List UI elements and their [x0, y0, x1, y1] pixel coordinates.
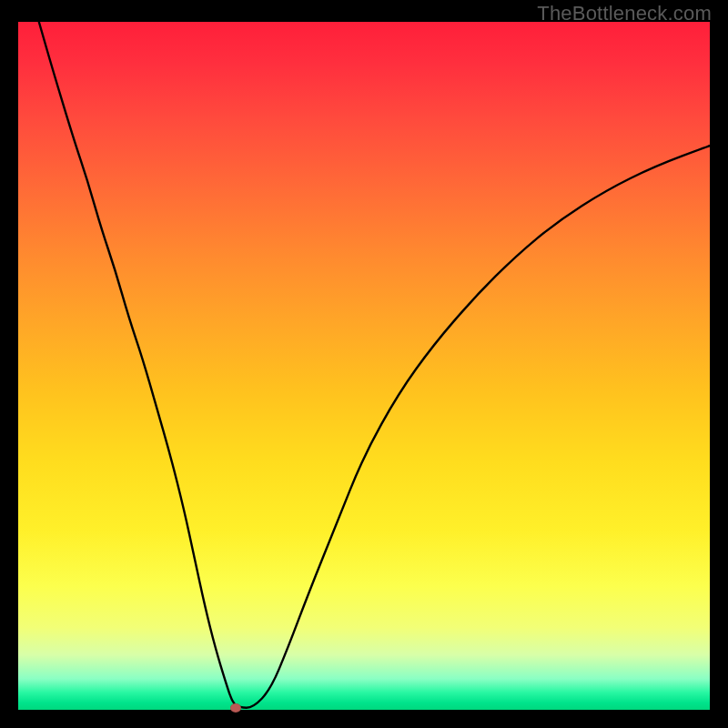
- chart-frame: [18, 22, 710, 710]
- bottleneck-curve-path: [39, 22, 710, 708]
- minimum-marker: [230, 703, 241, 713]
- bottleneck-curve-svg: [18, 22, 710, 710]
- watermark-text: TheBottleneck.com: [537, 2, 712, 25]
